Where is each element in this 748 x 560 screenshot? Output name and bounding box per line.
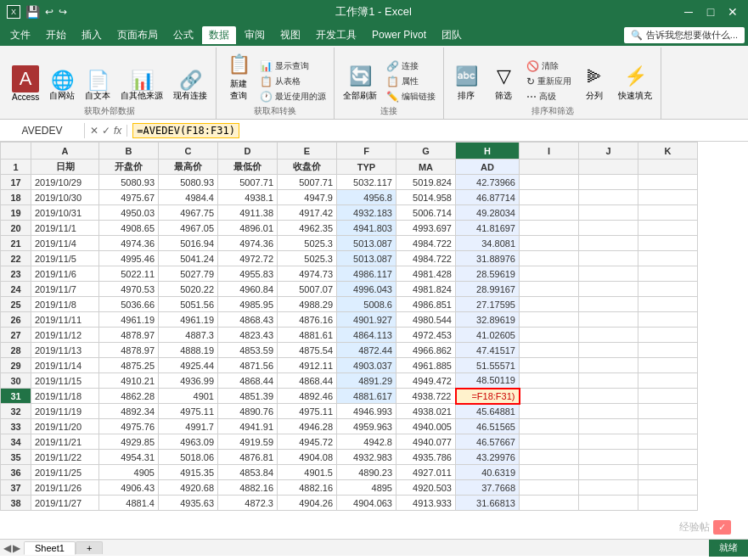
minimize-button[interactable]: ─: [680, 3, 697, 20]
cell-r27-c9[interactable]: [579, 328, 638, 343]
btn-reapply[interactable]: ↻ 重新应用: [524, 75, 574, 88]
cell-r31-c10[interactable]: [638, 389, 698, 404]
cell-r38-c7[interactable]: 31.66813: [456, 496, 520, 511]
cell-r19-c7[interactable]: 49.28034: [456, 205, 520, 221]
cell-r29-c4[interactable]: 4912.11: [278, 358, 337, 373]
menu-team[interactable]: 团队: [435, 26, 469, 44]
quick-undo[interactable]: ↩: [45, 6, 53, 18]
cell-r32-c2[interactable]: 4975.11: [159, 404, 218, 419]
col-header-H[interactable]: H: [456, 143, 520, 160]
menu-review[interactable]: 审阅: [238, 26, 272, 44]
sheet-tab-1[interactable]: Sheet1: [24, 541, 76, 555]
cell-r22-c0[interactable]: 2019/11/5: [31, 251, 99, 266]
row-header-19[interactable]: 19: [1, 205, 31, 221]
cell-r25-c4[interactable]: 4988.29: [278, 297, 337, 312]
cell-r23-c4[interactable]: 4974.73: [278, 266, 337, 282]
menu-power-pivot[interactable]: Power Pivot: [365, 27, 433, 42]
cell-r37-c4[interactable]: 4882.16: [278, 480, 337, 496]
cell-r26-c7[interactable]: 32.89619: [456, 312, 520, 328]
cell-r37-c1[interactable]: 4906.43: [99, 480, 159, 496]
cell-r35-c7[interactable]: 43.29976: [456, 450, 520, 465]
cell-r33-c10[interactable]: [638, 419, 698, 434]
cell-r21-c6[interactable]: 4984.722: [396, 236, 456, 251]
cell-r24-c4[interactable]: 5007.07: [278, 282, 337, 297]
cell-r17-c9[interactable]: [579, 175, 638, 190]
cell-r19-c1[interactable]: 4950.03: [99, 205, 159, 221]
cell-r19-c5[interactable]: 4932.183: [337, 205, 396, 221]
row-header-31[interactable]: 31: [1, 389, 31, 404]
cell-r37-c0[interactable]: 2019/11/26: [31, 480, 99, 496]
cell-r32-c10[interactable]: [638, 404, 698, 419]
cell-r38-c5[interactable]: 4904.063: [337, 496, 396, 511]
menu-page-layout[interactable]: 页面布局: [110, 26, 165, 44]
sheet-tab-add[interactable]: +: [76, 541, 103, 554]
cell-r38-c6[interactable]: 4913.933: [396, 496, 456, 511]
cell-r27-c8[interactable]: [520, 328, 579, 343]
cell-r34-c10[interactable]: [638, 434, 698, 450]
cell-r27-c2[interactable]: 4887.3: [159, 328, 218, 343]
cell-r19-c6[interactable]: 5006.714: [396, 205, 456, 221]
cell-r1-c8[interactable]: [520, 160, 579, 175]
cell-r25-c7[interactable]: 27.17595: [456, 297, 520, 312]
cell-r22-c3[interactable]: 4972.72: [218, 251, 278, 266]
cell-r28-c2[interactable]: 4888.19: [159, 343, 218, 358]
cell-r36-c9[interactable]: [579, 465, 638, 480]
cell-r24-c0[interactable]: 2019/11/7: [31, 282, 99, 297]
cell-r31-c3[interactable]: 4851.39: [218, 389, 278, 404]
menu-formula[interactable]: 公式: [166, 26, 200, 44]
btn-properties[interactable]: 📋 属性: [384, 75, 438, 88]
btn-refresh-all[interactable]: 🔄 全部刷新: [340, 61, 380, 104]
cell-r28-c7[interactable]: 47.41517: [456, 343, 520, 358]
cell-r29-c9[interactable]: [579, 358, 638, 373]
col-header-K[interactable]: K: [638, 143, 698, 160]
cell-r27-c1[interactable]: 4878.97: [99, 328, 159, 343]
menu-dev-tools[interactable]: 开发工具: [309, 26, 363, 44]
cancel-formula-icon[interactable]: ✕: [90, 125, 98, 137]
cell-r34-c5[interactable]: 4942.8: [337, 434, 396, 450]
cell-r35-c0[interactable]: 2019/11/22: [31, 450, 99, 465]
cell-r31-c8[interactable]: [520, 389, 579, 404]
cell-r38-c10[interactable]: [638, 496, 698, 511]
cell-r1-c6[interactable]: MA: [396, 160, 456, 175]
menu-data[interactable]: 数据: [202, 26, 236, 44]
cell-r19-c3[interactable]: 4911.38: [218, 205, 278, 221]
btn-split-column[interactable]: ⫸ 分列: [577, 61, 611, 104]
cell-r37-c7[interactable]: 37.7668: [456, 480, 520, 496]
cell-r18-c8[interactable]: [520, 190, 579, 205]
cell-r30-c4[interactable]: 4868.44: [278, 373, 337, 389]
row-header-20[interactable]: 20: [1, 221, 31, 236]
cell-r27-c10[interactable]: [638, 328, 698, 343]
cell-r21-c3[interactable]: 4974.36: [218, 236, 278, 251]
cell-r28-c8[interactable]: [520, 343, 579, 358]
cell-r26-c3[interactable]: 4868.43: [218, 312, 278, 328]
cell-r35-c9[interactable]: [579, 450, 638, 465]
spreadsheet[interactable]: A B C D E F G H I J K 1日期开盘价最高价最低价收盘价TYP…: [0, 142, 748, 539]
menu-file[interactable]: 文件: [3, 26, 37, 44]
cell-r27-c4[interactable]: 4881.61: [278, 328, 337, 343]
cell-r31-c5[interactable]: 4881.617: [337, 389, 396, 404]
cell-r19-c2[interactable]: 4967.75: [159, 205, 218, 221]
col-header-D[interactable]: D: [218, 143, 278, 160]
cell-r26-c4[interactable]: 4876.16: [278, 312, 337, 328]
maximize-button[interactable]: □: [702, 3, 719, 20]
cell-r20-c0[interactable]: 2019/11/1: [31, 221, 99, 236]
cell-r29-c10[interactable]: [638, 358, 698, 373]
cell-r32-c8[interactable]: [520, 404, 579, 419]
cell-r18-c10[interactable]: [638, 190, 698, 205]
cell-r30-c7[interactable]: 48.50119: [456, 373, 520, 389]
cell-r26-c5[interactable]: 4901.927: [337, 312, 396, 328]
name-box[interactable]: AVEDEV: [0, 123, 85, 138]
btn-clear[interactable]: 🚫 清除: [524, 59, 574, 73]
cell-r28-c0[interactable]: 2019/11/13: [31, 343, 99, 358]
cell-r35-c2[interactable]: 5018.06: [159, 450, 218, 465]
cell-r22-c1[interactable]: 4995.46: [99, 251, 159, 266]
cell-r36-c3[interactable]: 4853.84: [218, 465, 278, 480]
cell-r33-c0[interactable]: 2019/11/20: [31, 419, 99, 434]
cell-r29-c7[interactable]: 51.55571: [456, 358, 520, 373]
cell-r26-c1[interactable]: 4961.19: [99, 312, 159, 328]
cell-r18-c3[interactable]: 4938.1: [218, 190, 278, 205]
cell-r28-c5[interactable]: 4872.44: [337, 343, 396, 358]
cell-r30-c10[interactable]: [638, 373, 698, 389]
insert-function-icon[interactable]: fx: [114, 125, 121, 137]
cell-r19-c10[interactable]: [638, 205, 698, 221]
